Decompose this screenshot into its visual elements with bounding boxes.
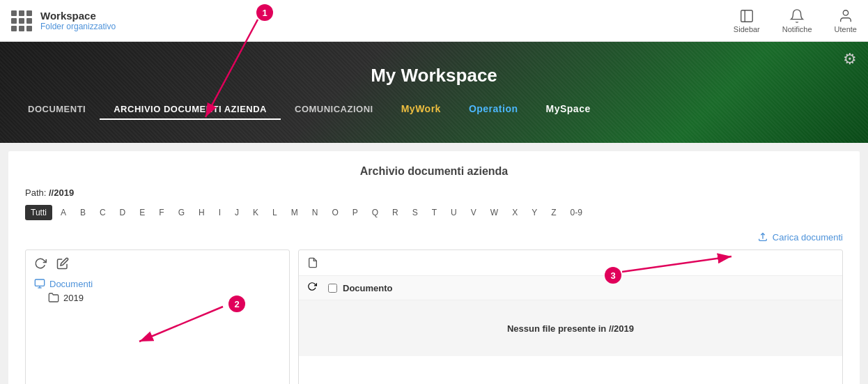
alpha-btn-y[interactable]: Y: [526, 205, 543, 220]
upload-button[interactable]: Carica documenti: [757, 231, 843, 243]
right-panel-toolbar: [299, 250, 842, 276]
tree-item-documenti-label: Documenti: [49, 279, 93, 289]
alpha-btn-n[interactable]: N: [307, 205, 324, 220]
alpha-btn-k[interactable]: K: [247, 205, 264, 220]
section-title: Archivio documenti azienda: [25, 165, 843, 178]
hero-banner: My Workspace ⚙ DOCUMENTI ARCHIVIO DOCUME…: [0, 42, 868, 143]
upload-icon: [757, 231, 768, 243]
alpha-btn-w[interactable]: W: [485, 205, 504, 220]
alpha-btn-s[interactable]: S: [407, 205, 424, 220]
right-panel: Documento Nessun file presente in //2019: [298, 249, 843, 384]
utente-label: Utente: [835, 25, 857, 33]
path-row: Path: //2019: [25, 187, 843, 198]
empty-message: Nessun file presente in //2019: [507, 323, 634, 334]
alpha-btn-i[interactable]: I: [213, 205, 226, 220]
tab-archivio[interactable]: ARCHIVIO DOCUMENTI AZIENDA: [100, 100, 281, 120]
alpha-btn-t[interactable]: T: [426, 205, 442, 220]
edit-icon[interactable]: [56, 257, 69, 270]
tree-item-2019-label: 2019: [63, 293, 84, 303]
alpha-btn-r[interactable]: R: [387, 205, 404, 220]
alpha-btn-p[interactable]: P: [347, 205, 364, 220]
alpha-btn-m[interactable]: M: [286, 205, 304, 220]
sidebar-label: Sidebar: [734, 25, 760, 33]
alpha-btn-u[interactable]: U: [445, 205, 463, 220]
select-all-checkbox[interactable]: [328, 284, 337, 293]
upload-label: Carica documenti: [773, 232, 843, 243]
topbar-title: Workspace Folder organizzativo: [40, 10, 116, 31]
main-content: Archivio documenti azienda Path: //2019 …: [8, 151, 860, 384]
path-label: Path:: [25, 187, 46, 198]
alpha-btn-tutti[interactable]: Tutti: [25, 205, 52, 220]
refresh-small-icon[interactable]: [307, 282, 317, 291]
alphabet-filter: Tutti A B C D E F G H I J K L M N O P Q …: [25, 205, 843, 220]
alpha-btn-h[interactable]: H: [193, 205, 210, 220]
tab-documenti[interactable]: DOCUMENTI: [14, 100, 100, 120]
left-panel-toolbar: [34, 257, 281, 270]
alpha-btn-q[interactable]: Q: [366, 205, 384, 220]
tree-item-2019[interactable]: 2019: [48, 291, 281, 305]
upload-row: Carica documenti: [25, 231, 843, 243]
topbar-left: Workspace Folder organizzativo: [11, 10, 116, 31]
tab-comunicazioni[interactable]: COMUNICAZIONI: [281, 100, 387, 120]
alpha-btn-b[interactable]: B: [75, 205, 91, 220]
user-icon: [838, 8, 853, 24]
sidebar-action[interactable]: Sidebar: [734, 8, 760, 33]
alpha-btn-o[interactable]: O: [326, 205, 343, 220]
hero-tabs: DOCUMENTI ARCHIVIO DOCUMENTI AZIENDA COM…: [0, 99, 868, 120]
alpha-btn-g[interactable]: G: [173, 205, 190, 220]
app-subtitle: Folder organizzativo: [40, 22, 116, 31]
tab-mywork[interactable]: MyWork: [387, 99, 455, 120]
svg-point-2: [843, 10, 848, 15]
page-wrapper: Workspace Folder organizzativo Sidebar N…: [0, 0, 868, 384]
alpha-btn-z[interactable]: Z: [545, 205, 561, 220]
svg-rect-0: [741, 10, 753, 22]
alpha-btn-a[interactable]: A: [55, 205, 72, 220]
alpha-btn-c[interactable]: C: [94, 205, 111, 220]
tab-myspace[interactable]: MySpace: [532, 99, 605, 120]
app-title: Workspace: [40, 10, 116, 22]
hero-title: My Workspace: [0, 65, 868, 86]
refresh-icon[interactable]: [34, 257, 47, 270]
utente-action[interactable]: Utente: [835, 8, 857, 33]
empty-state: Nessun file presente in //2019: [299, 300, 842, 356]
svg-rect-4: [35, 279, 44, 286]
tab-operation[interactable]: Operation: [455, 99, 532, 120]
alpha-btn-09[interactable]: 0-9: [565, 205, 588, 220]
col-header: Documento: [299, 276, 842, 300]
alpha-btn-e[interactable]: E: [134, 205, 150, 220]
left-panel: Documenti 2019: [25, 249, 290, 384]
monitor-icon: [34, 278, 45, 289]
path-value: //2019: [49, 187, 74, 198]
folder-icon: [48, 292, 59, 303]
alpha-btn-f[interactable]: F: [153, 205, 169, 220]
tree-item-documenti[interactable]: Documenti: [34, 277, 281, 291]
alpha-btn-x[interactable]: X: [506, 205, 523, 220]
notifiche-label: Notifiche: [782, 25, 812, 33]
topbar-right: Sidebar Notifiche Utente: [734, 8, 857, 33]
topbar: Workspace Folder organizzativo Sidebar N…: [0, 0, 868, 42]
notifiche-action[interactable]: Notifiche: [782, 8, 812, 33]
doc-icon: [307, 257, 318, 268]
alpha-btn-l[interactable]: L: [267, 205, 283, 220]
grid-menu-icon[interactable]: [11, 10, 32, 31]
sidebar-icon: [739, 8, 754, 24]
alpha-btn-j[interactable]: J: [229, 205, 245, 220]
col-header-check-area: [307, 282, 328, 294]
alpha-btn-d[interactable]: D: [114, 205, 132, 220]
two-col-layout: Documenti 2019: [25, 249, 843, 384]
col-header-label: Documento: [343, 283, 393, 293]
bell-icon: [789, 8, 805, 24]
alpha-btn-v[interactable]: V: [465, 205, 482, 220]
